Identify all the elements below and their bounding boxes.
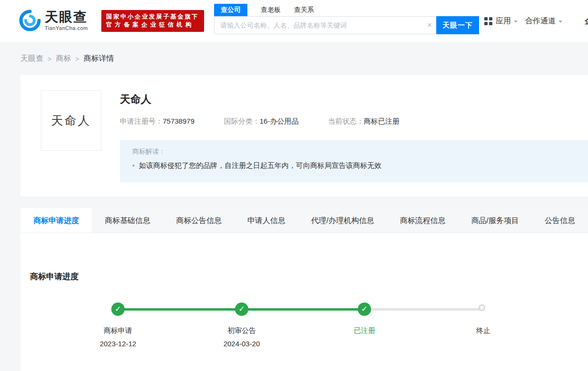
- trademark-image: 天命人: [41, 90, 101, 151]
- check-icon: ✓: [115, 305, 121, 313]
- certification-badge: 国家中小企业发展子基金旗下 官方备案企业征信机构: [101, 10, 204, 32]
- chevron-down-icon: [514, 20, 518, 23]
- field-value: 商标已注册: [363, 117, 399, 125]
- tianyancha-logo[interactable]: 天眼查 TianYanCha.com: [19, 10, 88, 31]
- detail-tabs: 商标申请进度 商标基础信息 商标公告信息 申请人信息 代理/办理机构信息 商标流…: [20, 208, 588, 233]
- search-tab-boss[interactable]: 查老板: [261, 4, 281, 16]
- trademark-name: 天命人: [120, 92, 151, 107]
- search-input[interactable]: [215, 21, 423, 29]
- breadcrumb-current: 商标详情: [83, 54, 114, 64]
- bullet-icon: •: [132, 162, 135, 169]
- check-icon: ✓: [238, 305, 245, 313]
- step-label: 初审公告: [208, 326, 275, 335]
- progress-section: 商标申请进度 ✓ ✓ ✓ 商标申请 初审公告 已注册 终止 2023-12-12…: [20, 233, 588, 371]
- brand-name: 天眼查: [45, 10, 88, 24]
- field-intl-class: 国际分类：16-办公用品: [224, 117, 299, 126]
- search-button[interactable]: 天眼一下: [436, 16, 479, 34]
- field-value: 16-办公用品: [260, 117, 299, 125]
- nav-apps[interactable]: 应用: [484, 0, 518, 42]
- brand-domain: TianYanCha.com: [45, 25, 88, 31]
- apps-grid-icon: [484, 17, 492, 25]
- insight-text: 如该商标侵犯了您的品牌，自注册之日起五年内，可向商标局宣告该商标无效: [139, 161, 382, 170]
- field-reg-number: 申请注册号：75738979: [120, 117, 195, 126]
- nav-partner-channel[interactable]: 合作通道: [525, 0, 562, 42]
- nav-partner-label: 合作通道: [525, 16, 556, 26]
- step-circle-done: ✓: [111, 303, 125, 316]
- insight-box: 商标解读： • 如该商标侵犯了您的品牌，自注册之日起五年内，可向商标局宣告该商标…: [120, 140, 588, 182]
- tab-basic-info[interactable]: 商标基础信息: [92, 208, 163, 233]
- badge-line2: 官方备案企业征信机构: [106, 21, 199, 29]
- step-label: 已注册: [331, 326, 398, 335]
- step-circle-done: ✓: [235, 303, 248, 316]
- progress-timeline: ✓ ✓ ✓ 商标申请 初审公告 已注册 终止 2023-12-12 2024-0…: [20, 233, 588, 371]
- step-label: 商标申请: [85, 326, 151, 335]
- search-box: ×: [214, 16, 436, 34]
- breadcrumb-separator: >: [75, 55, 79, 63]
- insight-title: 商标解读：: [132, 147, 576, 156]
- breadcrumb: 天眼查 > 商标 > 商标详情: [20, 54, 114, 64]
- trademark-summary-card: 天命人 天命人 申请注册号：75738979 国际分类：16-办公用品 当前状态…: [20, 75, 588, 196]
- nav-apps-label: 应用: [496, 16, 511, 26]
- step-circle-done: ✓: [358, 303, 371, 316]
- tab-applicant-info[interactable]: 申请人信息: [235, 208, 298, 233]
- breadcrumb-separator: >: [48, 55, 51, 63]
- step-circle-pending: [479, 304, 485, 311]
- trademark-fields: 申请注册号：75738979 国际分类：16-办公用品 当前状态：商标已注册: [120, 117, 399, 126]
- search-tab-relation[interactable]: 查关系: [294, 4, 314, 16]
- step-label: 终止: [450, 326, 517, 335]
- chevron-down-icon: [559, 20, 562, 23]
- tab-application-progress[interactable]: 商标申请进度: [20, 208, 92, 233]
- logo-text: 天眼查 TianYanCha.com: [45, 10, 88, 31]
- breadcrumb-home[interactable]: 天眼查: [20, 54, 43, 64]
- badge-line1: 国家中小企业发展子基金旗下: [106, 13, 199, 21]
- header: 天眼查 TianYanCha.com 国家中小企业发展子基金旗下 官方备案企业征…: [0, 0, 588, 42]
- tab-agency-info[interactable]: 代理/办理机构信息: [298, 208, 387, 233]
- field-value: 75738979: [163, 117, 195, 125]
- field-label: 申请注册号：: [120, 117, 163, 125]
- trademark-image-text: 天命人: [51, 113, 91, 128]
- insight-line: • 如该商标侵犯了您的品牌，自注册之日起五年内，可向商标局宣告该商标无效: [132, 161, 576, 170]
- search-tabs: 查公司 查老板 查关系: [214, 4, 314, 16]
- tab-gazette-info[interactable]: 公告信息: [532, 208, 588, 233]
- step-date: 2023-12-12: [85, 340, 151, 348]
- search-tab-company[interactable]: 查公司: [214, 4, 247, 16]
- field-status: 当前状态：商标已注册: [328, 117, 399, 126]
- field-label: 国际分类：: [224, 117, 260, 125]
- tab-goods-services[interactable]: 商品/服务项目: [458, 208, 531, 233]
- clear-icon[interactable]: ×: [423, 20, 436, 30]
- check-icon: ✓: [361, 305, 367, 313]
- breadcrumb-trademark[interactable]: 商标: [56, 54, 71, 64]
- field-label: 当前状态：: [328, 117, 363, 125]
- tianyancha-logo-icon: [19, 10, 41, 31]
- tab-announcement-info[interactable]: 商标公告信息: [163, 208, 235, 233]
- tab-process-info[interactable]: 商标流程信息: [387, 208, 458, 233]
- step-date: 2024-03-20: [208, 340, 275, 348]
- timeline-line-pending: [364, 308, 483, 311]
- nav-item-clipped[interactable]: 企: [585, 16, 588, 27]
